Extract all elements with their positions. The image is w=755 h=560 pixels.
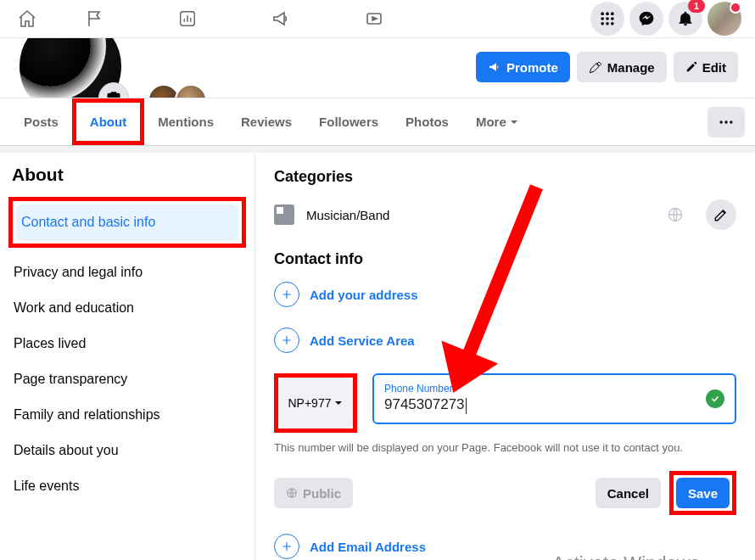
phone-input-label: Phone Number [384,384,467,394]
sidebar-heading: About [12,165,246,185]
globe-icon [667,206,684,223]
home-icon[interactable] [7,0,48,37]
edit-button[interactable]: Edit [674,52,738,82]
svg-point-9 [606,22,609,25]
globe-icon [286,487,298,499]
profile-header: Promote Manage Edit [0,38,755,98]
contact-heading: Contact info [274,250,736,268]
plus-icon [274,328,299,353]
public-label: Public [303,486,341,501]
sidebar-item-work[interactable]: Work and education [8,290,246,326]
svg-point-8 [601,22,604,25]
pencil-icon [713,207,729,222]
chevron-down-icon [510,118,518,126]
edit-label: Edit [702,60,726,75]
promote-label: Promote [506,60,558,75]
manage-label: Manage [607,60,655,75]
top-nav-right: 1 [590,2,748,36]
svg-point-11 [720,120,723,123]
svg-point-10 [611,22,614,25]
svg-point-4 [611,12,614,15]
notifications-icon[interactable]: 1 [668,2,702,36]
video-icon[interactable] [327,0,421,37]
publish-row: Public Cancel Save [274,471,736,515]
promote-button[interactable]: Promote [476,52,570,82]
tab-mentions[interactable]: Mentions [144,103,227,141]
country-code-select[interactable]: NP+977 [278,378,353,428]
phone-input-row: NP+977 Phone Number 9745307273 [274,373,736,433]
avatar[interactable] [707,2,741,36]
country-code-value: NP+977 [288,396,332,410]
about-content: About Contact and basic info Privacy and… [0,153,755,560]
messenger-icon[interactable] [629,2,663,36]
phone-hint: This number will be displayed on your Pa… [274,441,736,454]
flag-icon[interactable] [48,0,141,37]
add-address-label: Add your address [310,288,418,302]
phone-input-value: 9745307273 [384,397,467,413]
categories-heading: Categories [274,168,736,186]
category-icon [274,204,294,225]
edit-category-button[interactable] [706,199,736,230]
add-email-link[interactable]: Add Email Address [274,534,736,559]
svg-point-6 [606,17,609,20]
profile-actions: Promote Manage Edit [476,52,738,82]
ellipsis-icon [718,114,735,131]
about-sidebar: About Contact and basic info Privacy and… [0,153,255,560]
audience-public-button[interactable]: Public [274,478,353,508]
tab-about[interactable]: About [76,103,140,141]
plus-icon [274,534,299,559]
more-options-button[interactable] [707,107,745,137]
tab-followers[interactable]: Followers [305,103,392,141]
svg-point-7 [611,17,614,20]
tab-photos[interactable]: Photos [392,103,462,141]
tab-reviews[interactable]: Reviews [227,103,305,141]
about-main: Categories Musician/Band Contact info Ad… [255,153,755,560]
svg-point-13 [730,120,732,123]
add-service-area-link[interactable]: Add Service Area [274,328,736,353]
pencil-icon [685,61,697,73]
top-nav: 1 [0,0,755,38]
category-row: Musician/Band [274,199,736,230]
plus-icon [274,282,299,307]
sidebar-item-contact[interactable]: Contact and basic info [16,204,238,240]
sidebar-item-privacy[interactable]: Privacy and legal info [8,255,246,290]
svg-point-5 [601,17,604,20]
svg-point-3 [606,12,609,15]
sidebar-item-life-events[interactable]: Life events [8,468,246,504]
tools-icon [589,60,602,74]
sidebar-item-places[interactable]: Places lived [8,326,246,361]
notifications-badge: 1 [688,0,705,13]
status-dot [730,2,741,14]
sidebar-item-transparency[interactable]: Page transparency [8,361,246,397]
cancel-button[interactable]: Cancel [596,478,661,508]
valid-check-icon [706,389,724,408]
chevron-down-icon [334,399,343,407]
phone-input[interactable]: Phone Number 9745307273 [372,373,736,424]
add-address-link[interactable]: Add your address [274,282,736,307]
sidebar-item-family[interactable]: Family and relationships [8,397,246,433]
megaphone-icon[interactable] [234,0,327,37]
add-email-label: Add Email Address [310,540,426,554]
save-button[interactable]: Save [676,478,730,508]
page-tabs: Posts About Mentions Reviews Followers P… [0,98,755,146]
insights-icon[interactable] [141,0,234,37]
manage-button[interactable]: Manage [577,52,667,82]
tab-posts[interactable]: Posts [10,103,72,141]
tab-more[interactable]: More [462,103,532,141]
svg-point-2 [601,12,604,15]
top-nav-left [7,0,421,37]
add-service-area-label: Add Service Area [310,333,415,348]
megaphone-icon [488,60,501,74]
grid-apps-icon[interactable] [590,2,624,36]
category-value: Musician/Band [306,208,655,222]
sidebar-item-details[interactable]: Details about you [8,433,246,468]
svg-point-12 [724,120,727,123]
